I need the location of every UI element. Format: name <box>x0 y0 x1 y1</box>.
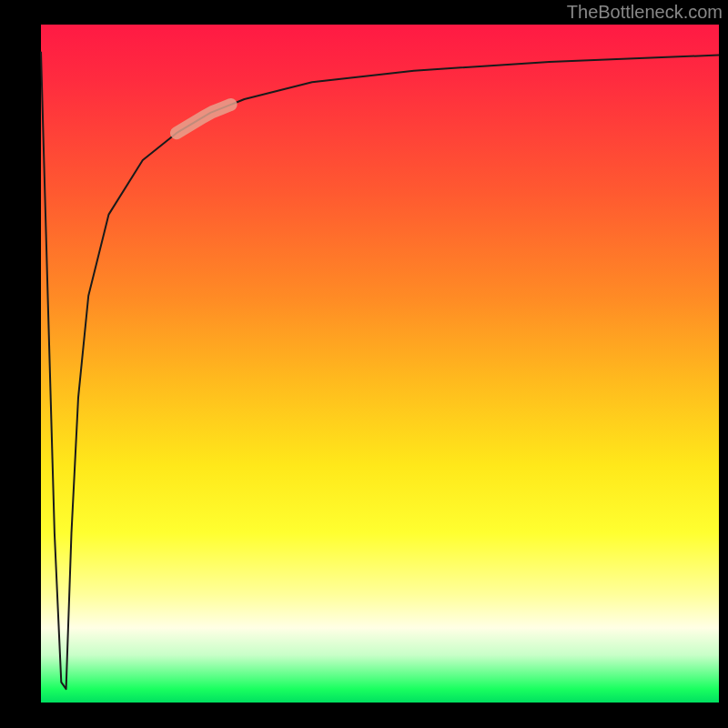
watermark-text: TheBottleneck.com <box>567 2 723 23</box>
curve-marker <box>177 105 231 133</box>
bottleneck-curve-path <box>41 52 719 689</box>
chart-area <box>41 25 719 703</box>
curve-svg <box>41 25 719 703</box>
